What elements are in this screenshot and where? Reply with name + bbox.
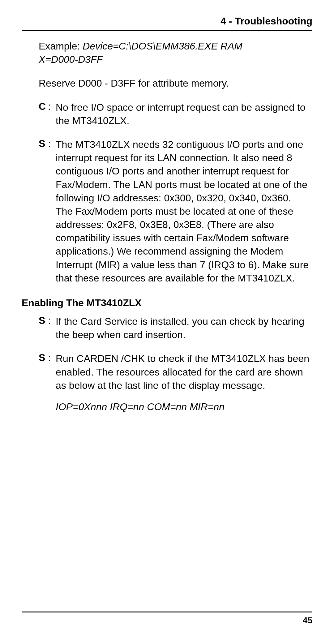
entry-colon: : <box>48 101 56 127</box>
body-content: Example: Device=C:\DOS\EMM386.EXE RAM X=… <box>22 40 312 414</box>
page-number: 45 <box>22 616 312 625</box>
entry-body: No free I/O space or interrupt request c… <box>56 101 309 127</box>
entry-body: If the Card Service is installed, you ca… <box>56 315 309 341</box>
example-lead: Example: <box>39 41 83 52</box>
example-block: Example: Device=C:\DOS\EMM386.EXE RAM X=… <box>39 40 309 66</box>
subheading: Enabling The MT3410ZLX <box>22 297 309 309</box>
entry-colon: : <box>48 138 56 285</box>
entry-body: Run CARDEN /CHK to check if the MT3410ZL… <box>56 352 309 414</box>
entry-colon: : <box>48 352 56 414</box>
entry-label: C <box>39 101 48 127</box>
entry-colon: : <box>48 315 56 341</box>
example-line2: X=D000-D3FF <box>39 54 103 65</box>
resource-line: IOP=0Xnnn IRQ=nn COM=nn MIR=nn <box>56 400 309 414</box>
page-header: 4 - Troubleshooting <box>22 15 312 30</box>
reserve-line: Reserve D000 - D3FF for attribute memory… <box>39 77 309 90</box>
example-line1: Device=C:\DOS\EMM386.EXE RAM <box>83 41 242 52</box>
page-footer: 45 <box>22 612 312 625</box>
entry-s1: S : The MT3410ZLX needs 32 contiguous I/… <box>39 138 309 285</box>
entry-body: The MT3410ZLX needs 32 contiguous I/O po… <box>56 138 309 285</box>
entry-s3: S : Run CARDEN /CHK to check if the MT34… <box>39 352 309 414</box>
entry-body-text: Run CARDEN /CHK to check if the MT3410ZL… <box>56 353 309 391</box>
entry-c: C : No free I/O space or interrupt reque… <box>39 101 309 127</box>
entry-label: S <box>39 352 48 414</box>
entry-s2: S : If the Card Service is installed, yo… <box>39 315 309 341</box>
entry-label: S <box>39 315 48 341</box>
footer-rule <box>22 612 312 612</box>
header-rule <box>22 30 312 31</box>
entry-label: S <box>39 138 48 285</box>
page: 4 - Troubleshooting Example: Device=C:\D… <box>0 0 334 644</box>
